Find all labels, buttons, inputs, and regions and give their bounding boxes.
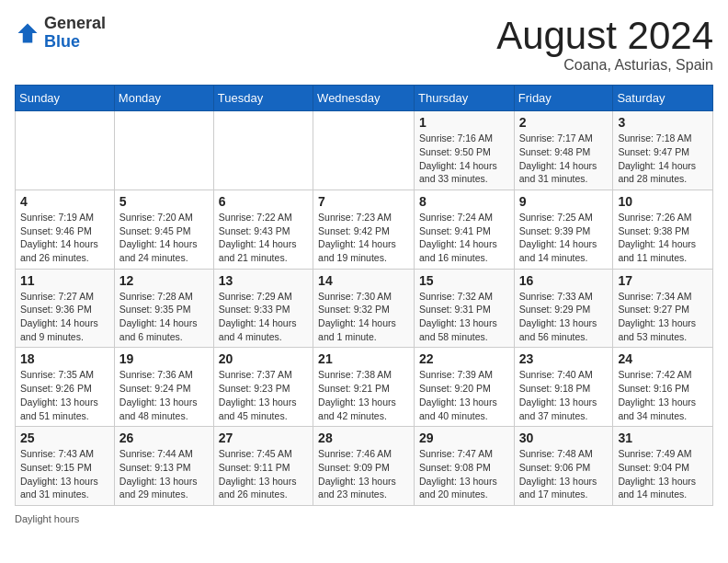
- day-number: 8: [419, 194, 509, 209]
- calendar-cell: 20Sunrise: 7:37 AM Sunset: 9:23 PM Dayli…: [213, 348, 313, 427]
- calendar-cell: 14Sunrise: 7:30 AM Sunset: 9:32 PM Dayli…: [313, 269, 415, 348]
- day-number: 31: [618, 431, 708, 445]
- day-info: Sunrise: 7:44 AM Sunset: 9:13 PM Dayligh…: [119, 447, 209, 501]
- calendar-cell: 2Sunrise: 7:17 AM Sunset: 9:48 PM Daylig…: [514, 111, 613, 190]
- day-number: 30: [519, 431, 609, 445]
- calendar-cell: 24Sunrise: 7:42 AM Sunset: 9:16 PM Dayli…: [613, 348, 713, 427]
- day-number: 9: [519, 194, 609, 209]
- day-info: Sunrise: 7:40 AM Sunset: 9:18 PM Dayligh…: [519, 368, 609, 422]
- day-info: Sunrise: 7:19 AM Sunset: 9:46 PM Dayligh…: [20, 211, 109, 265]
- day-info: Sunrise: 7:38 AM Sunset: 9:21 PM Dayligh…: [318, 368, 409, 422]
- logo: General Blue: [15, 15, 106, 52]
- calendar-week-5: 25Sunrise: 7:43 AM Sunset: 9:15 PM Dayli…: [16, 427, 713, 506]
- day-info: Sunrise: 7:46 AM Sunset: 9:09 PM Dayligh…: [318, 447, 409, 501]
- calendar-week-3: 11Sunrise: 7:27 AM Sunset: 9:36 PM Dayli…: [16, 269, 713, 348]
- day-number: 25: [20, 431, 109, 445]
- calendar-cell: 27Sunrise: 7:45 AM Sunset: 9:11 PM Dayli…: [213, 427, 313, 506]
- calendar-week-2: 4Sunrise: 7:19 AM Sunset: 9:46 PM Daylig…: [16, 190, 713, 269]
- title-block: August 2024 Coana, Asturias, Spain: [496, 15, 713, 74]
- svg-marker-0: [18, 23, 38, 42]
- day-number: 13: [219, 273, 308, 288]
- day-number: 15: [419, 273, 509, 288]
- day-info: Sunrise: 7:30 AM Sunset: 9:32 PM Dayligh…: [318, 290, 409, 344]
- calendar-week-1: 1Sunrise: 7:16 AM Sunset: 9:50 PM Daylig…: [16, 111, 713, 190]
- day-number: 11: [20, 273, 109, 288]
- day-info: Sunrise: 7:42 AM Sunset: 9:16 PM Dayligh…: [618, 368, 708, 422]
- calendar-cell: 28Sunrise: 7:46 AM Sunset: 9:09 PM Dayli…: [313, 427, 415, 506]
- calendar-cell: 30Sunrise: 7:48 AM Sunset: 9:06 PM Dayli…: [514, 427, 613, 506]
- day-header-tuesday: Tuesday: [213, 86, 313, 111]
- day-number: 17: [618, 273, 708, 288]
- day-info: Sunrise: 7:37 AM Sunset: 9:23 PM Dayligh…: [219, 368, 308, 422]
- calendar-cell: 15Sunrise: 7:32 AM Sunset: 9:31 PM Dayli…: [415, 269, 515, 348]
- day-info: Sunrise: 7:48 AM Sunset: 9:06 PM Dayligh…: [519, 447, 609, 501]
- calendar-cell: 3Sunrise: 7:18 AM Sunset: 9:47 PM Daylig…: [613, 111, 713, 190]
- day-header-thursday: Thursday: [415, 86, 515, 111]
- day-header-sunday: Sunday: [16, 86, 115, 111]
- day-info: Sunrise: 7:47 AM Sunset: 9:08 PM Dayligh…: [419, 447, 509, 501]
- day-number: 4: [20, 194, 109, 209]
- calendar-cell: 16Sunrise: 7:33 AM Sunset: 9:29 PM Dayli…: [514, 269, 613, 348]
- day-info: Sunrise: 7:35 AM Sunset: 9:26 PM Dayligh…: [20, 368, 109, 422]
- day-number: 5: [119, 194, 209, 209]
- day-info: Sunrise: 7:20 AM Sunset: 9:45 PM Dayligh…: [119, 211, 209, 265]
- calendar-cell: [213, 111, 313, 190]
- day-info: Sunrise: 7:36 AM Sunset: 9:24 PM Dayligh…: [119, 368, 209, 422]
- day-number: 3: [618, 115, 708, 130]
- calendar-week-4: 18Sunrise: 7:35 AM Sunset: 9:26 PM Dayli…: [16, 348, 713, 427]
- logo-icon: [15, 20, 40, 46]
- day-number: 1: [419, 115, 509, 130]
- calendar-cell: 21Sunrise: 7:38 AM Sunset: 9:21 PM Dayli…: [313, 348, 415, 427]
- calendar-cell: 25Sunrise: 7:43 AM Sunset: 9:15 PM Dayli…: [16, 427, 115, 506]
- calendar-cell: [313, 111, 415, 190]
- calendar-cell: 4Sunrise: 7:19 AM Sunset: 9:46 PM Daylig…: [16, 190, 115, 269]
- calendar-cell: [16, 111, 115, 190]
- calendar-cell: 26Sunrise: 7:44 AM Sunset: 9:13 PM Dayli…: [114, 427, 213, 506]
- day-number: 14: [318, 273, 409, 288]
- footer: Daylight hours: [15, 513, 713, 524]
- day-info: Sunrise: 7:16 AM Sunset: 9:50 PM Dayligh…: [419, 132, 509, 186]
- calendar-cell: 7Sunrise: 7:23 AM Sunset: 9:42 PM Daylig…: [313, 190, 415, 269]
- day-number: 7: [318, 194, 409, 209]
- logo-general-text: General: [44, 15, 106, 33]
- day-number: 29: [419, 431, 509, 445]
- day-info: Sunrise: 7:26 AM Sunset: 9:38 PM Dayligh…: [618, 211, 708, 265]
- day-header-wednesday: Wednesday: [313, 86, 415, 111]
- calendar-cell: 31Sunrise: 7:49 AM Sunset: 9:04 PM Dayli…: [613, 427, 713, 506]
- daylight-label: Daylight hours: [15, 513, 79, 524]
- calendar-header-row: SundayMondayTuesdayWednesdayThursdayFrid…: [16, 86, 713, 111]
- day-number: 22: [419, 351, 509, 366]
- day-number: 16: [519, 273, 609, 288]
- day-number: 27: [219, 431, 308, 445]
- day-info: Sunrise: 7:43 AM Sunset: 9:15 PM Dayligh…: [20, 447, 109, 501]
- calendar-cell: 13Sunrise: 7:29 AM Sunset: 9:33 PM Dayli…: [213, 269, 313, 348]
- calendar-cell: 10Sunrise: 7:26 AM Sunset: 9:38 PM Dayli…: [613, 190, 713, 269]
- day-number: 21: [318, 351, 409, 366]
- day-info: Sunrise: 7:23 AM Sunset: 9:42 PM Dayligh…: [318, 211, 409, 265]
- day-info: Sunrise: 7:29 AM Sunset: 9:33 PM Dayligh…: [219, 290, 308, 344]
- day-info: Sunrise: 7:27 AM Sunset: 9:36 PM Dayligh…: [20, 290, 109, 344]
- calendar-cell: 22Sunrise: 7:39 AM Sunset: 9:20 PM Dayli…: [415, 348, 515, 427]
- day-number: 26: [119, 431, 209, 445]
- day-info: Sunrise: 7:22 AM Sunset: 9:43 PM Dayligh…: [219, 211, 308, 265]
- calendar-cell: 23Sunrise: 7:40 AM Sunset: 9:18 PM Dayli…: [514, 348, 613, 427]
- calendar-table: SundayMondayTuesdayWednesdayThursdayFrid…: [15, 85, 713, 506]
- day-header-monday: Monday: [114, 86, 213, 111]
- day-header-friday: Friday: [514, 86, 613, 111]
- calendar-cell: 19Sunrise: 7:36 AM Sunset: 9:24 PM Dayli…: [114, 348, 213, 427]
- day-number: 23: [519, 351, 609, 366]
- calendar-cell: 9Sunrise: 7:25 AM Sunset: 9:39 PM Daylig…: [514, 190, 613, 269]
- day-number: 28: [318, 431, 409, 445]
- calendar-cell: 1Sunrise: 7:16 AM Sunset: 9:50 PM Daylig…: [415, 111, 515, 190]
- day-number: 19: [119, 351, 209, 366]
- day-info: Sunrise: 7:49 AM Sunset: 9:04 PM Dayligh…: [618, 447, 708, 501]
- page-header: General Blue August 2024 Coana, Asturias…: [15, 15, 713, 74]
- day-number: 18: [20, 351, 109, 366]
- calendar-cell: [114, 111, 213, 190]
- day-number: 6: [219, 194, 308, 209]
- logo-blue-text: Blue: [44, 33, 106, 52]
- day-info: Sunrise: 7:28 AM Sunset: 9:35 PM Dayligh…: [119, 290, 209, 344]
- calendar-cell: 12Sunrise: 7:28 AM Sunset: 9:35 PM Dayli…: [114, 269, 213, 348]
- calendar-cell: 29Sunrise: 7:47 AM Sunset: 9:08 PM Dayli…: [415, 427, 515, 506]
- calendar-title: August 2024: [496, 15, 713, 57]
